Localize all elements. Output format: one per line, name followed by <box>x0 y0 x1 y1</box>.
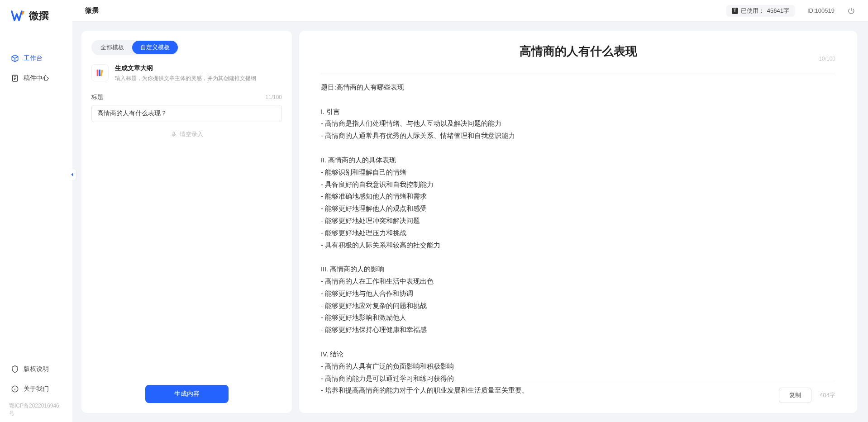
svg-rect-10 <box>173 132 175 135</box>
content-area: 全部模板 自定义模板 生成文章大纲 输入标题，为你提供文章主体的灵感，并为其创建… <box>72 22 868 422</box>
sidebar-collapse-handle[interactable] <box>69 169 76 180</box>
svg-rect-9 <box>100 70 103 76</box>
sidebar-item-label: 关于我们 <box>24 385 49 393</box>
output-body[interactable]: 题目:高情商的人有哪些表现 I. 引言 - 高情商是指人们处理情绪、与他人互动以… <box>321 81 835 402</box>
output-word-count: 404字 <box>820 391 835 399</box>
usage-prefix: 已使用： <box>741 7 764 15</box>
usage-value: 45641字 <box>767 7 789 15</box>
voice-hint-text: 请空录入 <box>180 130 203 138</box>
field-label-title: 标题 <box>91 93 103 101</box>
sidebar-item-label: 稿件中心 <box>24 74 49 82</box>
sidebar-item-copyright[interactable]: 版权说明 <box>5 360 67 378</box>
page-title: 微撰 <box>85 6 99 15</box>
text-badge-icon: T <box>732 8 738 14</box>
output-panel: 高情商的人有什么表现 10/100 题目:高情商的人有哪些表现 I. 引言 - … <box>299 31 857 413</box>
logo-mark-icon <box>11 9 25 22</box>
output-title: 高情商的人有什么表现 <box>321 43 835 59</box>
tab-all-templates[interactable]: 全部模板 <box>92 41 132 54</box>
sidebar-item-about[interactable]: 关于我们 <box>5 380 67 398</box>
info-icon <box>11 385 19 393</box>
shield-icon <box>11 365 19 373</box>
sidebar-nav: 工作台 稿件中心 <box>0 50 72 360</box>
power-icon[interactable] <box>847 7 855 15</box>
topbar: 微撰 T 已使用： 45641字 ID:100519 <box>72 0 868 22</box>
output-footer: 复制 404字 <box>321 381 835 403</box>
copy-button[interactable]: 复制 <box>779 388 811 403</box>
output-title-count: 10/100 <box>819 56 835 62</box>
tab-custom-templates[interactable]: 自定义模板 <box>132 41 178 54</box>
sidebar-bottom: 版权说明 关于我们 <box>0 360 72 400</box>
divider <box>321 73 835 73</box>
sidebar-item-label: 版权说明 <box>24 365 49 373</box>
user-id: ID:100519 <box>807 7 835 14</box>
usage-pill[interactable]: T 已使用： 45641字 <box>726 5 795 17</box>
template-books-icon <box>91 64 109 81</box>
svg-rect-8 <box>99 70 100 76</box>
sidebar-item-drafts[interactable]: 稿件中心 <box>5 70 67 87</box>
sidebar-item-label: 工作台 <box>24 54 43 62</box>
app-logo[interactable]: 微撰 <box>0 9 72 50</box>
field-char-count: 11/100 <box>265 94 282 100</box>
document-icon <box>11 74 19 82</box>
title-input[interactable] <box>91 105 282 122</box>
sidebar-item-workspace[interactable]: 工作台 <box>5 50 67 67</box>
generate-button[interactable]: 生成内容 <box>145 385 229 403</box>
sidebar: 微撰 工作台 稿件中心 版权说明 <box>0 0 72 422</box>
microphone-icon <box>171 131 177 138</box>
voice-input-hint[interactable]: 请空录入 <box>91 130 282 138</box>
template-card: 生成文章大纲 输入标题，为你提供文章主体的灵感，并为其创建推文提纲 <box>91 64 282 82</box>
cube-icon <box>11 54 19 62</box>
logo-text: 微撰 <box>29 9 49 23</box>
icp-text: 鄂ICP备2022016946号 <box>0 400 72 417</box>
template-tabs: 全部模板 自定义模板 <box>91 40 179 55</box>
template-desc: 输入标题，为你提供文章主体的灵感，并为其创建推文提纲 <box>115 74 256 82</box>
svg-rect-7 <box>97 70 99 76</box>
input-panel: 全部模板 自定义模板 生成文章大纲 输入标题，为你提供文章主体的灵感，并为其创建… <box>81 31 292 413</box>
template-title: 生成文章大纲 <box>115 64 256 72</box>
